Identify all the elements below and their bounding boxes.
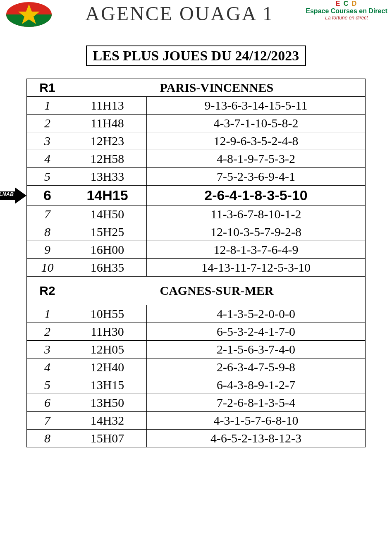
brand-line2: La fortune en direct (305, 15, 388, 21)
reunion-code: R1 (27, 79, 68, 97)
race-number: 6 (27, 394, 68, 412)
table-row: 916H0012-8-1-3-7-6-4-9 (27, 241, 366, 259)
race-number: 1 (27, 305, 68, 323)
table-row: 211H484-3-7-1-10-5-8-2 (27, 115, 366, 132)
race-picks: 12-8-1-3-7-6-4-9 (147, 241, 366, 259)
agency-title: AGENCE OUAGA 1 (54, 2, 305, 25)
race-number: 4 (27, 150, 68, 168)
race-time: 12H23 (68, 132, 147, 150)
table-row: 312H052-1-5-6-3-7-4-0 (27, 341, 366, 358)
highlight-arrow-icon: LNAB (0, 187, 26, 204)
race-picks: 14-13-11-7-12-5-3-10 (147, 259, 366, 277)
race-time: 14H50 (68, 206, 147, 223)
race-time: 15H25 (68, 223, 147, 241)
race-time: 14H32 (68, 412, 147, 430)
race-picks: 4-3-1-5-7-6-8-10 (147, 412, 366, 430)
reunion-venue: PARIS-VINCENNES (68, 79, 366, 97)
arrow-label: LNAB (0, 191, 14, 197)
table-row: 110H554-1-3-5-2-0-0-0 (27, 305, 366, 323)
race-picks: 11-3-6-7-8-10-1-2 (147, 206, 366, 223)
table-row: 412H584-8-1-9-7-5-3-2 (27, 150, 366, 168)
table-row: 1016H3514-13-11-7-12-5-3-10 (27, 259, 366, 277)
race-number: 8 (27, 223, 68, 241)
race-picks: 9-13-6-3-14-15-5-11 (147, 97, 366, 115)
race-number: 1 (27, 97, 68, 115)
race-number: 6 (27, 186, 68, 206)
race-time: 11H13 (68, 97, 147, 115)
race-time: 14H15 (68, 186, 147, 206)
table-row: 513H337-5-2-3-6-9-4-1 (27, 168, 366, 186)
reunion-code: R2 (27, 277, 68, 305)
brand-logo: E C D Espace Courses en Direct La fortun… (305, 0, 388, 21)
race-time: 13H50 (68, 394, 147, 412)
race-number: 3 (27, 132, 68, 150)
table-row: 614H152-6-4-1-8-3-5-10 (27, 186, 366, 206)
race-time: 10H55 (68, 305, 147, 323)
race-picks: 7-2-6-8-1-3-5-4 (147, 394, 366, 412)
table-row: 613H507-2-6-8-1-3-5-4 (27, 394, 366, 412)
reunion-venue: CAGNES-SUR-MER (68, 277, 366, 305)
table-row: 312H2312-9-6-3-5-2-4-8 (27, 132, 366, 150)
race-time: 11H30 (68, 323, 147, 341)
race-time: 11H48 (68, 115, 147, 132)
race-time: 12H58 (68, 150, 147, 168)
race-picks: 2-6-3-4-7-5-9-8 (147, 358, 366, 376)
race-picks: 4-1-3-5-2-0-0-0 (147, 305, 366, 323)
race-time: 13H33 (68, 168, 147, 186)
race-time: 15H07 (68, 430, 147, 447)
page-subtitle: LES PLUS JOUES DU 24/12/2023 (86, 45, 306, 66)
table-row: 111H139-13-6-3-14-15-5-11 (27, 97, 366, 115)
table-row: 513H156-4-3-8-9-1-2-7 (27, 376, 366, 394)
race-time: 16H35 (68, 259, 147, 277)
race-picks: 4-6-5-2-13-8-12-3 (147, 430, 366, 447)
table-row: 412H402-6-3-4-7-5-9-8 (27, 358, 366, 376)
race-number: 2 (27, 115, 68, 132)
table-row: 714H324-3-1-5-7-6-8-10 (27, 412, 366, 430)
race-picks: 6-5-3-2-4-1-7-0 (147, 323, 366, 341)
race-picks: 2-1-5-6-3-7-4-0 (147, 341, 366, 358)
race-number: 2 (27, 323, 68, 341)
race-picks: 6-4-3-8-9-1-2-7 (147, 376, 366, 394)
race-picks: 12-10-3-5-7-9-2-8 (147, 223, 366, 241)
race-number: 8 (27, 430, 68, 447)
race-time: 12H40 (68, 358, 147, 376)
race-picks: 2-6-4-1-8-3-5-10 (147, 186, 366, 206)
race-number: 10 (27, 259, 68, 277)
race-number: 7 (27, 206, 68, 223)
races-table: R1PARIS-VINCENNES111H139-13-6-3-14-15-5-… (26, 79, 366, 447)
table-row: 714H5011-3-6-7-8-10-1-2 (27, 206, 366, 223)
race-picks: 12-9-6-3-5-2-4-8 (147, 132, 366, 150)
table-row: 815H2512-10-3-5-7-9-2-8 (27, 223, 366, 241)
race-time: 12H05 (68, 341, 147, 358)
race-picks: 4-8-1-9-7-5-3-2 (147, 150, 366, 168)
race-number: 9 (27, 241, 68, 259)
race-number: 5 (27, 168, 68, 186)
race-number: 4 (27, 358, 68, 376)
table-row: 815H074-6-5-2-13-8-12-3 (27, 430, 366, 447)
race-picks: 4-3-7-1-10-5-8-2 (147, 115, 366, 132)
race-number: 7 (27, 412, 68, 430)
race-number: 5 (27, 376, 68, 394)
race-time: 13H15 (68, 376, 147, 394)
brand-line1: Espace Courses en Direct (305, 7, 388, 15)
race-picks: 7-5-2-3-6-9-4-1 (147, 168, 366, 186)
race-number: 3 (27, 341, 68, 358)
table-row: 211H306-5-3-2-4-1-7-0 (27, 323, 366, 341)
race-time: 16H00 (68, 241, 147, 259)
flag-logo (4, 0, 54, 29)
